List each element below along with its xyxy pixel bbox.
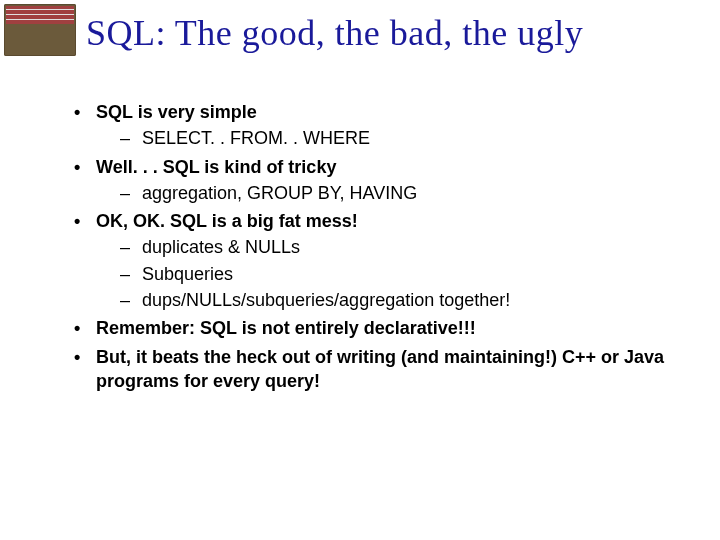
bullet-text: But, it beats the heck out of writing (a… <box>96 347 664 391</box>
list-item: SELECT. . FROM. . WHERE <box>114 126 680 150</box>
list-item: duplicates & NULLs <box>114 235 680 259</box>
logo-icon <box>4 4 76 56</box>
sub-text: aggregation, GROUP BY, HAVING <box>142 183 417 203</box>
bullet-text: Remember: SQL is not entirely declarativ… <box>96 318 476 338</box>
sub-text: dups/NULLs/subqueries/aggregation togeth… <box>142 290 510 310</box>
slide-title: SQL: The good, the bad, the ugly <box>86 12 583 54</box>
list-item: Well. . . SQL is kind of tricky aggregat… <box>70 155 680 206</box>
sub-text: Subqueries <box>142 264 233 284</box>
slide: SQL: The good, the bad, the ugly SQL is … <box>0 0 720 540</box>
list-item: aggregation, GROUP BY, HAVING <box>114 181 680 205</box>
bullet-text: SQL is very simple <box>96 102 257 122</box>
list-item: Subqueries <box>114 262 680 286</box>
list-item: But, it beats the heck out of writing (a… <box>70 345 680 394</box>
list-item: OK, OK. SQL is a big fat mess! duplicate… <box>70 209 680 312</box>
bullet-text: OK, OK. SQL is a big fat mess! <box>96 211 358 231</box>
sub-text: duplicates & NULLs <box>142 237 300 257</box>
sub-list: SELECT. . FROM. . WHERE <box>96 126 680 150</box>
sub-text: SELECT. . FROM. . WHERE <box>142 128 370 148</box>
list-item: dups/NULLs/subqueries/aggregation togeth… <box>114 288 680 312</box>
bullet-text: Well. . . SQL is kind of tricky <box>96 157 336 177</box>
slide-body: SQL is very simple SELECT. . FROM. . WHE… <box>70 100 680 397</box>
list-item: Remember: SQL is not entirely declarativ… <box>70 316 680 340</box>
sub-list: duplicates & NULLs Subqueries dups/NULLs… <box>96 235 680 312</box>
sub-list: aggregation, GROUP BY, HAVING <box>96 181 680 205</box>
list-item: SQL is very simple SELECT. . FROM. . WHE… <box>70 100 680 151</box>
bullet-list: SQL is very simple SELECT. . FROM. . WHE… <box>70 100 680 393</box>
